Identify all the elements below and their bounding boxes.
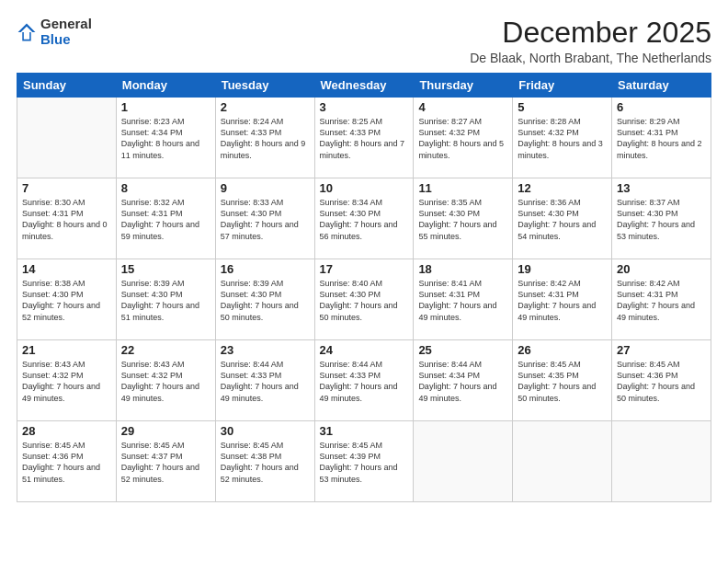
day-number: 20 (617, 262, 706, 276)
day-number: 7 (22, 181, 111, 195)
month-title: December 2025 (470, 17, 711, 49)
week-row-0: 1Sunrise: 8:23 AMSunset: 4:34 PMDaylight… (17, 98, 711, 178)
cell-info: Sunrise: 8:24 AMSunset: 4:33 PMDaylight:… (221, 116, 310, 161)
logo-general-text: General (40, 16, 92, 31)
day-header-wednesday: Wednesday (314, 74, 414, 98)
cell-info: Sunrise: 8:42 AMSunset: 4:31 PMDaylight:… (518, 278, 607, 323)
cal-cell: 31Sunrise: 8:45 AMSunset: 4:39 PMDayligh… (314, 421, 414, 502)
cell-info: Sunrise: 8:45 AMSunset: 4:35 PMDaylight:… (518, 359, 607, 404)
cal-cell: 11Sunrise: 8:35 AMSunset: 4:30 PMDayligh… (414, 178, 513, 259)
cal-cell: 26Sunrise: 8:45 AMSunset: 4:35 PMDayligh… (513, 340, 612, 421)
day-number: 11 (418, 181, 507, 195)
day-number: 25 (418, 343, 507, 357)
cell-info: Sunrise: 8:45 AMSunset: 4:36 PMDaylight:… (22, 440, 111, 485)
cal-cell: 15Sunrise: 8:39 AMSunset: 4:30 PMDayligh… (116, 259, 215, 340)
cell-info: Sunrise: 8:32 AMSunset: 4:31 PMDaylight:… (121, 197, 210, 242)
day-number: 10 (320, 181, 409, 195)
day-number: 3 (320, 100, 409, 114)
day-number: 6 (617, 100, 706, 114)
cell-info: Sunrise: 8:39 AMSunset: 4:30 PMDaylight:… (221, 278, 310, 323)
cell-info: Sunrise: 8:33 AMSunset: 4:30 PMDaylight:… (221, 197, 310, 242)
day-number: 13 (617, 181, 706, 195)
week-row-1: 7Sunrise: 8:30 AMSunset: 4:31 PMDaylight… (17, 178, 711, 259)
cell-info: Sunrise: 8:43 AMSunset: 4:32 PMDaylight:… (121, 359, 210, 404)
cal-cell: 23Sunrise: 8:44 AMSunset: 4:33 PMDayligh… (215, 340, 314, 421)
cal-cell: 18Sunrise: 8:41 AMSunset: 4:31 PMDayligh… (414, 259, 513, 340)
cal-cell (612, 421, 711, 502)
cal-cell: 20Sunrise: 8:42 AMSunset: 4:31 PMDayligh… (612, 259, 711, 340)
day-number: 29 (121, 424, 210, 438)
cal-cell: 30Sunrise: 8:45 AMSunset: 4:38 PMDayligh… (215, 421, 314, 502)
week-row-4: 28Sunrise: 8:45 AMSunset: 4:36 PMDayligh… (17, 421, 711, 502)
cell-info: Sunrise: 8:44 AMSunset: 4:33 PMDaylight:… (320, 359, 409, 404)
day-number: 8 (121, 181, 210, 195)
day-number: 19 (518, 262, 607, 276)
location: De Blaak, North Brabant, The Netherlands (470, 51, 711, 65)
title-block: December 2025 De Blaak, North Brabant, T… (470, 17, 711, 65)
cell-info: Sunrise: 8:34 AMSunset: 4:30 PMDaylight:… (320, 197, 409, 242)
cal-cell: 19Sunrise: 8:42 AMSunset: 4:31 PMDayligh… (513, 259, 612, 340)
cell-info: Sunrise: 8:35 AMSunset: 4:30 PMDaylight:… (418, 197, 507, 242)
day-number: 23 (221, 343, 310, 357)
cell-info: Sunrise: 8:42 AMSunset: 4:31 PMDaylight:… (617, 278, 706, 323)
cal-cell (513, 421, 612, 502)
cell-info: Sunrise: 8:44 AMSunset: 4:34 PMDaylight:… (418, 359, 507, 404)
logo: General Blue (17, 17, 92, 47)
cal-cell: 14Sunrise: 8:38 AMSunset: 4:30 PMDayligh… (17, 259, 117, 340)
cal-cell: 8Sunrise: 8:32 AMSunset: 4:31 PMDaylight… (116, 178, 215, 259)
day-number: 5 (518, 100, 607, 114)
cal-cell: 13Sunrise: 8:37 AMSunset: 4:30 PMDayligh… (612, 178, 711, 259)
cell-info: Sunrise: 8:36 AMSunset: 4:30 PMDaylight:… (518, 197, 607, 242)
cell-info: Sunrise: 8:38 AMSunset: 4:30 PMDaylight:… (22, 278, 111, 323)
day-number: 1 (121, 100, 210, 114)
logo-icon (17, 22, 37, 42)
day-number: 28 (22, 424, 111, 438)
cell-info: Sunrise: 8:39 AMSunset: 4:30 PMDaylight:… (121, 278, 210, 323)
cal-cell: 29Sunrise: 8:45 AMSunset: 4:37 PMDayligh… (116, 421, 215, 502)
cal-cell: 28Sunrise: 8:45 AMSunset: 4:36 PMDayligh… (17, 421, 117, 502)
cal-cell: 3Sunrise: 8:25 AMSunset: 4:33 PMDaylight… (314, 98, 414, 178)
week-row-3: 21Sunrise: 8:43 AMSunset: 4:32 PMDayligh… (17, 340, 711, 421)
week-row-2: 14Sunrise: 8:38 AMSunset: 4:30 PMDayligh… (17, 259, 711, 340)
cal-cell: 1Sunrise: 8:23 AMSunset: 4:34 PMDaylight… (116, 98, 215, 178)
cell-info: Sunrise: 8:25 AMSunset: 4:33 PMDaylight:… (320, 116, 409, 161)
day-header-friday: Friday (513, 74, 612, 98)
header: General Blue December 2025 De Blaak, Nor… (17, 17, 711, 65)
cell-info: Sunrise: 8:23 AMSunset: 4:34 PMDaylight:… (121, 116, 210, 161)
day-number: 17 (320, 262, 409, 276)
cal-cell: 22Sunrise: 8:43 AMSunset: 4:32 PMDayligh… (116, 340, 215, 421)
day-header-thursday: Thursday (414, 74, 513, 98)
cal-cell: 24Sunrise: 8:44 AMSunset: 4:33 PMDayligh… (314, 340, 414, 421)
cal-cell: 6Sunrise: 8:29 AMSunset: 4:31 PMDaylight… (612, 98, 711, 178)
day-number: 27 (617, 343, 706, 357)
cal-cell: 5Sunrise: 8:28 AMSunset: 4:32 PMDaylight… (513, 98, 612, 178)
day-number: 31 (320, 424, 409, 438)
page: General Blue December 2025 De Blaak, Nor… (0, 0, 728, 563)
cell-info: Sunrise: 8:37 AMSunset: 4:30 PMDaylight:… (617, 197, 706, 242)
cal-cell: 9Sunrise: 8:33 AMSunset: 4:30 PMDaylight… (215, 178, 314, 259)
day-number: 30 (221, 424, 310, 438)
day-header-tuesday: Tuesday (215, 74, 314, 98)
cell-info: Sunrise: 8:45 AMSunset: 4:37 PMDaylight:… (121, 440, 210, 485)
day-number: 15 (121, 262, 210, 276)
cell-info: Sunrise: 8:27 AMSunset: 4:32 PMDaylight:… (418, 116, 507, 161)
cal-cell: 7Sunrise: 8:30 AMSunset: 4:31 PMDaylight… (17, 178, 117, 259)
cell-info: Sunrise: 8:45 AMSunset: 4:38 PMDaylight:… (221, 440, 310, 485)
day-header-monday: Monday (116, 74, 215, 98)
cal-cell: 27Sunrise: 8:45 AMSunset: 4:36 PMDayligh… (612, 340, 711, 421)
cal-cell: 21Sunrise: 8:43 AMSunset: 4:32 PMDayligh… (17, 340, 117, 421)
cell-info: Sunrise: 8:29 AMSunset: 4:31 PMDaylight:… (617, 116, 706, 161)
cal-cell: 12Sunrise: 8:36 AMSunset: 4:30 PMDayligh… (513, 178, 612, 259)
cell-info: Sunrise: 8:28 AMSunset: 4:32 PMDaylight:… (518, 116, 607, 161)
header-row: SundayMondayTuesdayWednesdayThursdayFrid… (17, 74, 711, 98)
cal-cell: 2Sunrise: 8:24 AMSunset: 4:33 PMDaylight… (215, 98, 314, 178)
logo-blue-text: Blue (40, 31, 71, 47)
cal-cell (414, 421, 513, 502)
cal-cell: 16Sunrise: 8:39 AMSunset: 4:30 PMDayligh… (215, 259, 314, 340)
day-number: 4 (418, 100, 507, 114)
cell-info: Sunrise: 8:43 AMSunset: 4:32 PMDaylight:… (22, 359, 111, 404)
cell-info: Sunrise: 8:41 AMSunset: 4:31 PMDaylight:… (418, 278, 507, 323)
day-number: 2 (221, 100, 310, 114)
cell-info: Sunrise: 8:30 AMSunset: 4:31 PMDaylight:… (22, 197, 111, 242)
cell-info: Sunrise: 8:44 AMSunset: 4:33 PMDaylight:… (221, 359, 310, 404)
